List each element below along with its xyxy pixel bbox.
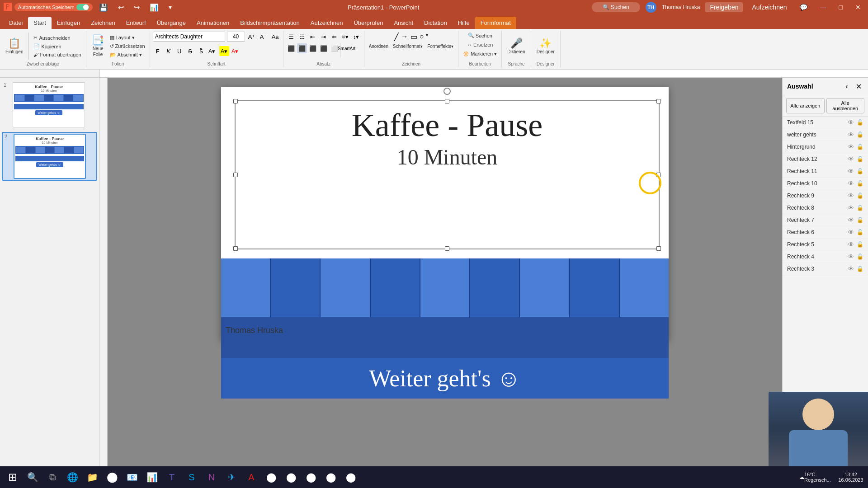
close-button[interactable]: ✕ [852, 2, 864, 13]
handle-tl[interactable] [233, 99, 238, 103]
numbered-list-button[interactable]: ☷ [297, 32, 307, 42]
layer-rechteck11[interactable]: Rechteck 11 👁 🔓 [783, 165, 868, 178]
lock-icon-r7[interactable]: 🔓 [857, 217, 863, 223]
arrow-shape[interactable]: → [400, 32, 409, 42]
app2-button[interactable]: ⬤ [282, 468, 300, 486]
app5-button[interactable]: ⬤ [342, 468, 360, 486]
weather-button[interactable]: ☁ 16°C Regensch... [799, 468, 835, 486]
lock-icon-r3[interactable]: 🔓 [857, 266, 863, 272]
layer-rechteck9[interactable]: Rechteck 9 👁 🔓 [783, 190, 868, 202]
powerpoint-taskbar-button[interactable]: 📊 [143, 468, 161, 486]
chrome-button[interactable]: ⬤ [103, 468, 121, 486]
bold-button[interactable]: F [153, 46, 163, 56]
teams-button[interactable]: T [163, 468, 181, 486]
app1-button[interactable]: ⬤ [262, 468, 280, 486]
rect-shape[interactable]: ▭ [410, 32, 418, 42]
lock-icon-weiter[interactable]: 🔓 [857, 131, 863, 138]
eye-icon-r8[interactable]: 👁 [848, 204, 854, 211]
increase-indent-button[interactable]: ⇥ [319, 32, 329, 42]
rtl-button[interactable]: ⇐ [330, 32, 340, 42]
comment-button[interactable]: 💬 [796, 2, 811, 13]
markieren-button[interactable]: 🔆 Markieren ▾ [461, 50, 499, 58]
tab-start[interactable]: Start [28, 17, 51, 29]
collapse-panel-button[interactable]: ‹ [842, 81, 852, 91]
tab-ansicht[interactable]: Ansicht [388, 17, 419, 29]
zuruecksetzen-button[interactable]: ↺ Zurücksetzen [108, 42, 147, 50]
align-left-button[interactable]: ⬛ [286, 43, 296, 53]
share-button[interactable]: Freigeben [705, 2, 743, 12]
lock-icon-r9[interactable]: 🔓 [857, 192, 863, 199]
handle-ml[interactable] [233, 173, 238, 177]
app4-button[interactable]: ⬤ [322, 468, 340, 486]
eye-icon-r10[interactable]: 👁 [848, 180, 854, 187]
lock-icon-r5[interactable]: 🔓 [857, 241, 863, 248]
eye-icon-hintergrund[interactable]: 👁 [848, 143, 854, 150]
autosave-toggle[interactable]: Automatisches Speichern [14, 3, 93, 11]
lock-icon-hintergrund[interactable]: 🔓 [857, 144, 863, 150]
line-spacing-button[interactable]: ↕▾ [351, 32, 361, 42]
onenote-button[interactable]: N [203, 468, 221, 486]
layer-rechteck4[interactable]: Rechteck 4 👁 🔓 [783, 251, 868, 263]
tab-ueberpruefen[interactable]: Überprüfen [348, 17, 388, 29]
bullet-list-button[interactable]: ☰ [286, 32, 296, 42]
handle-br[interactable] [656, 246, 661, 251]
handle-mr[interactable] [656, 173, 661, 177]
tab-dictation[interactable]: Dictation [419, 17, 453, 29]
tab-hilfe[interactable]: Hilfe [453, 17, 475, 29]
eye-icon-r3[interactable]: 👁 [848, 265, 854, 272]
circle-shape[interactable]: ○ [419, 32, 425, 42]
save-button[interactable]: 💾 [95, 1, 112, 14]
abschnitt-button[interactable]: 📂 Abschnitt ▾ [108, 51, 147, 59]
app3-button[interactable]: ⬤ [302, 468, 320, 486]
tab-uebergaenge[interactable]: Übergänge [151, 17, 191, 29]
canvas-area[interactable]: Kaffee - Pause 10 Minuten [108, 78, 782, 474]
record-button[interactable]: Aufzeichnen [748, 2, 790, 13]
more-shapes[interactable]: ▾ [425, 32, 429, 42]
layer-textfeld15[interactable]: Textfeld 15 👁 🔓 [783, 117, 868, 129]
lock-icon-r10[interactable]: 🔓 [857, 180, 863, 187]
slide-thumb-2[interactable]: 2 Kaffee - Pause 10 Minuten Weiter geht'… [2, 132, 97, 181]
layer-rechteck7[interactable]: Rechteck 7 👁 🔓 [783, 214, 868, 226]
layer-hintergrund[interactable]: Hintergrund 👁 🔓 [783, 141, 868, 153]
align-center-button[interactable]: ⬛ [297, 43, 307, 53]
smartart-button[interactable]: SmartArt [342, 43, 352, 53]
tab-aufzeichnen[interactable]: Aufzeichnen [305, 17, 349, 29]
lock-icon-r11[interactable]: 🔓 [857, 168, 863, 174]
col-button[interactable]: ≡▾ [340, 32, 350, 42]
explorer-button[interactable]: 📁 [83, 468, 101, 486]
suchen-button[interactable]: 🔍 Suchen [466, 32, 494, 39]
handle-bl[interactable] [233, 246, 238, 251]
minimize-button[interactable]: — [816, 2, 830, 13]
layout-button[interactable]: ▦ Layout ▾ [108, 34, 147, 42]
acrobat-button[interactable]: A [242, 468, 260, 486]
anordnen-button[interactable]: Anordnen [367, 43, 390, 50]
close-panel-button[interactable]: ✕ [854, 81, 863, 91]
tab-bildschirm[interactable]: Bildschirmpräsentation [235, 17, 305, 29]
eye-icon-r5[interactable]: 👁 [848, 241, 854, 248]
font-color-button[interactable]: A▾ [207, 46, 217, 56]
skype-button[interactable]: S [183, 468, 201, 486]
underline-button[interactable]: U [175, 46, 184, 56]
eye-icon-r11[interactable]: 👁 [848, 168, 854, 175]
layer-weiter-gehts[interactable]: weiter gehts 👁 🔓 [783, 129, 868, 141]
font-size-input[interactable] [227, 32, 245, 42]
tab-entwurf[interactable]: Entwurf [121, 17, 151, 29]
eye-icon-r7[interactable]: 👁 [848, 216, 854, 224]
kopieren-button[interactable]: 📄 Kopieren [32, 42, 83, 50]
tab-zeichnen[interactable]: Zeichnen [85, 17, 120, 29]
lock-icon-r4[interactable]: 🔓 [857, 253, 863, 260]
lock-icon-r12[interactable]: 🔓 [857, 156, 863, 162]
clear-format-button[interactable]: Aa [270, 32, 280, 42]
layer-rechteck10[interactable]: Rechteck 10 👁 🔓 [783, 178, 868, 190]
outlook-button[interactable]: 📧 [123, 468, 141, 486]
handle-tr[interactable] [656, 99, 661, 103]
layer-rechteck3[interactable]: Rechteck 3 👁 🔓 [783, 263, 868, 275]
schnellformat-button[interactable]: Schnellformat▾ [391, 43, 425, 50]
tab-formformat[interactable]: Formformat [475, 17, 516, 29]
eye-icon-r6[interactable]: 👁 [848, 229, 854, 236]
strikethrough-button[interactable]: S [185, 46, 195, 56]
taskview-button[interactable]: ⧉ [43, 468, 61, 486]
maximize-button[interactable]: □ [835, 2, 846, 13]
justify-button[interactable]: ⬛ [319, 43, 329, 53]
einfuegen-button[interactable]: 📋 Einfügen [3, 37, 26, 56]
